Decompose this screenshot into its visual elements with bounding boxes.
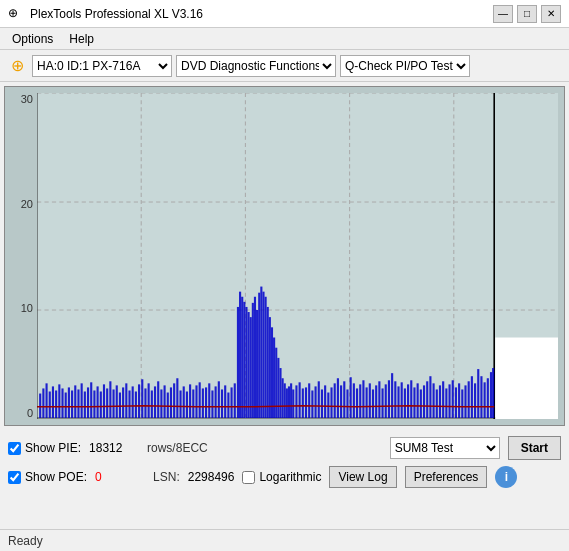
minimize-button[interactable]: —	[493, 5, 513, 23]
sum-test-select[interactable]: SUM8 Test	[390, 437, 500, 459]
menu-options[interactable]: Options	[4, 30, 61, 48]
chart-container: 30 20 10 0 0 1 2	[4, 86, 565, 426]
show-poe-checkbox[interactable]	[8, 471, 21, 484]
svg-rect-165	[480, 376, 482, 418]
drive-icon: ⊕	[11, 56, 24, 75]
svg-rect-56	[160, 389, 162, 418]
svg-rect-54	[154, 386, 156, 418]
poe-value: 0	[95, 470, 145, 484]
svg-rect-162	[471, 376, 473, 418]
y-axis-labels: 30 20 10 0	[5, 93, 35, 419]
svg-rect-118	[330, 387, 332, 418]
svg-rect-79	[234, 383, 236, 418]
svg-rect-32	[84, 391, 86, 417]
svg-rect-74	[218, 381, 220, 418]
svg-rect-127	[359, 384, 361, 418]
svg-rect-41	[112, 389, 114, 418]
svg-rect-24	[58, 384, 60, 418]
svg-rect-137	[391, 373, 393, 418]
svg-rect-122	[343, 381, 345, 418]
svg-rect-135	[385, 384, 387, 418]
y-label-20: 20	[5, 198, 35, 210]
svg-rect-77	[227, 393, 229, 418]
svg-rect-69	[202, 388, 204, 418]
svg-rect-150	[433, 383, 435, 418]
svg-rect-116	[324, 385, 326, 418]
svg-rect-161	[468, 381, 470, 418]
svg-rect-156	[452, 380, 454, 418]
svg-rect-95	[269, 317, 271, 418]
test-select[interactable]: Q-Check PI/PO Test	[340, 55, 470, 77]
svg-rect-40	[109, 381, 111, 418]
view-log-button[interactable]: View Log	[329, 466, 396, 488]
svg-rect-78	[231, 387, 233, 418]
svg-rect-75	[221, 389, 223, 418]
svg-rect-72	[211, 390, 213, 418]
svg-rect-59	[170, 387, 172, 418]
svg-rect-129	[366, 387, 368, 418]
svg-rect-152	[439, 385, 441, 418]
controls-row1: Show PIE: 18312 rows/8ECC SUM8 Test Star…	[8, 436, 561, 460]
drive-icon-button[interactable]: ⊕	[6, 55, 28, 77]
svg-rect-101	[282, 378, 284, 418]
svg-rect-153	[442, 381, 444, 418]
status-bar: Ready	[0, 529, 569, 551]
svg-rect-34	[90, 382, 92, 418]
rows-label: rows/8ECC	[147, 441, 208, 455]
logarithmic-checkbox[interactable]	[242, 471, 255, 484]
svg-rect-67	[195, 385, 197, 418]
function-select[interactable]: DVD Diagnostic Functions	[176, 55, 336, 77]
svg-rect-93	[265, 297, 267, 418]
drive-select[interactable]: HA:0 ID:1 PX-716A	[32, 55, 172, 77]
toolbar: ⊕ HA:0 ID:1 PX-716A DVD Diagnostic Funct…	[0, 50, 569, 82]
svg-rect-98	[275, 348, 277, 418]
menu-bar: Options Help	[0, 28, 569, 50]
logarithmic-group: Logarithmic	[242, 470, 321, 484]
show-poe-label: Show POE:	[25, 470, 87, 484]
svg-rect-91	[260, 287, 262, 418]
svg-rect-22	[52, 386, 54, 418]
svg-rect-158	[458, 383, 460, 418]
svg-rect-33	[87, 387, 89, 418]
svg-rect-110	[305, 387, 307, 418]
pie-value: 18312	[89, 441, 139, 455]
svg-rect-63	[183, 386, 185, 418]
controls-row2: Show POE: 0 LSN: 2298496 Logarithmic Vie…	[8, 466, 561, 488]
svg-rect-120	[337, 378, 339, 418]
info-button[interactable]: i	[495, 466, 517, 488]
svg-rect-20	[46, 383, 48, 418]
svg-rect-42	[116, 385, 118, 418]
svg-rect-58	[167, 393, 169, 418]
svg-rect-139	[397, 386, 399, 418]
svg-rect-25	[61, 388, 63, 418]
svg-rect-53	[151, 390, 153, 418]
svg-rect-85	[248, 312, 250, 418]
svg-rect-131	[372, 389, 374, 418]
chart-inner: 0 1 2 3 4 5	[37, 93, 558, 419]
svg-rect-163	[474, 383, 476, 418]
show-pie-checkbox[interactable]	[8, 442, 21, 455]
svg-rect-119	[334, 383, 336, 418]
svg-rect-128	[362, 380, 364, 418]
show-pie-group: Show PIE:	[8, 441, 81, 455]
svg-rect-109	[302, 388, 304, 418]
svg-rect-21	[49, 391, 51, 417]
svg-rect-47	[132, 386, 134, 418]
window-title: PlexTools Professional XL V3.16	[30, 7, 203, 21]
svg-rect-134	[381, 388, 383, 418]
lsn-value: 2298496	[188, 470, 235, 484]
svg-rect-157	[455, 387, 457, 418]
start-button[interactable]: Start	[508, 436, 561, 460]
svg-rect-106	[292, 389, 294, 418]
svg-rect-31	[81, 383, 83, 418]
preferences-button[interactable]: Preferences	[405, 466, 488, 488]
svg-rect-160	[464, 385, 466, 418]
svg-rect-124	[350, 377, 352, 418]
logarithmic-label: Logarithmic	[259, 470, 321, 484]
title-bar-controls: — □ ✕	[493, 5, 561, 23]
menu-help[interactable]: Help	[61, 30, 102, 48]
y-label-30: 30	[5, 93, 35, 105]
maximize-button[interactable]: □	[517, 5, 537, 23]
svg-rect-146	[420, 389, 422, 418]
close-button[interactable]: ✕	[541, 5, 561, 23]
